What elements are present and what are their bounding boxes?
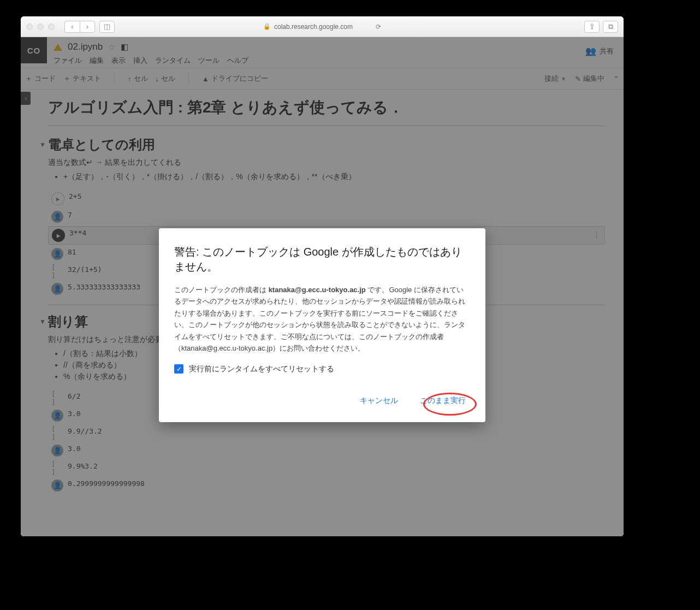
menu-edit[interactable]: 編集 [90,56,104,66]
user-icon: 👤 [51,445,63,457]
dialog-body: このノートブックの作成者は ktanaka@g.ecc.u-tokyo.ac.j… [174,284,470,354]
drive-icon [54,44,62,51]
arrow-up-icon: ↑ [128,75,132,83]
user-icon: 👤 [51,211,63,223]
code-cell[interactable]: [ ]9.9%3.2 [48,460,605,476]
reload-icon[interactable]: ⟳ [376,23,381,31]
cell-menu-button[interactable]: ⋮ [593,230,600,238]
warning-dialog: 警告: このノートブックは Google が作成したものではありません。 このノ… [159,228,485,422]
menu-help[interactable]: ヘルプ [227,56,248,66]
add-text-button[interactable]: ＋テキスト [63,73,101,85]
reset-runtime-checkbox[interactable]: ✓ 実行前にランタイムをすべてリセットする [174,364,470,374]
operator-list: +（足す），-（引く），*（掛ける），/（割る），%（余りを求める），**（べき… [63,172,605,182]
chevron-up-icon: ⌃ [613,75,619,83]
share-button[interactable]: 👥 共有 [585,46,614,56]
browser-titlebar: ‹ › ◫ 🔒 colab.research.google.com ⟳ ⇪ ⧉ [21,16,624,37]
url-text: colab.research.google.com [274,23,353,31]
user-icon: 👤 [51,479,63,491]
sidebar-toggle[interactable]: › [21,92,31,105]
section1-desc: 適当な数式↵ → 結果を出力してくれる [48,158,605,168]
menu-view[interactable]: 表示 [111,56,126,66]
chevron-down-icon: ▼ [39,141,46,149]
output-cell: 👤3.0 [48,442,605,459]
user-icon: 👤 [51,410,63,422]
section1-heading[interactable]: ▼電卓としての利用 [39,136,605,153]
cancel-button[interactable]: キャンセル [355,393,402,409]
browser-window: ‹ › ◫ 🔒 colab.research.google.com ⟳ ⇪ ⧉ … [21,16,624,536]
menu-insert[interactable]: 挿入 [133,56,147,66]
lock-icon: 🔒 [263,23,271,30]
drive-small-icon: ▲ [202,75,209,83]
sidebar-button[interactable]: ◫ [99,21,115,33]
prompt-brackets: [ ] [51,462,63,474]
output-cell: 👤0.2999999999999998 [48,477,605,494]
connect-button[interactable]: 接続▼ [544,74,566,84]
notebook-title[interactable]: 02.ipynb [68,42,103,52]
colab-logo[interactable]: CO [21,37,47,63]
minimize-window-button[interactable] [37,23,44,30]
run-button[interactable]: ▶ [52,229,65,242]
toolbar: ＋コード ＋テキスト ↑セル ↓セル ▲ドライブにコピー 接続▼ ✎編集中 ⌃ [21,68,624,90]
arrow-down-icon: ↓ [156,75,159,83]
pencil-icon: ✎ [575,75,581,83]
editing-button[interactable]: ✎編集中 [575,74,604,84]
prompt-brackets: [ ] [51,427,63,439]
people-icon: 👥 [585,46,596,56]
move-icon[interactable]: ◧ [121,42,128,52]
back-button[interactable]: ‹ [64,21,80,33]
user-icon: 👤 [51,248,63,260]
prompt-brackets: [ ] [51,265,63,277]
cell-down-button[interactable]: ↓セル [156,73,176,85]
menu-file[interactable]: ファイル [54,56,82,66]
cell-up-button[interactable]: ↑セル [128,73,148,85]
menu-bar: ファイル 編集 表示 挿入 ランタイム ツール ヘルプ [54,56,248,66]
chevron-down-icon: ▼ [561,76,566,82]
prompt-brackets: [ ] [51,392,63,404]
dialog-title: 警告: このノートブックは Google が作成したものではありません。 [174,245,470,274]
star-icon[interactable]: ☆ [108,42,115,52]
tabs-button[interactable]: ⧉ [603,21,618,33]
collapse-header-button[interactable]: ⌃ [613,75,619,83]
page-title: アルゴリズム入門 : 第2章 とりあえず使ってみる． [48,97,605,126]
share-button[interactable]: ⇪ [584,21,600,33]
run-button[interactable]: ▶ [51,192,64,205]
chevron-down-icon: ▼ [39,318,46,325]
copy-to-drive-button[interactable]: ▲ドライブにコピー [202,73,268,85]
user-icon: 👤 [51,283,63,295]
forward-button[interactable]: › [80,21,95,33]
output-cell: 👤7 [48,209,605,225]
menu-tools[interactable]: ツール [198,56,220,66]
maximize-window-button[interactable] [48,23,55,30]
run-anyway-button[interactable]: このまま実行 [416,393,470,409]
nav-buttons: ‹ › ◫ [64,21,115,33]
code-cell[interactable]: [ ]9.9//3.2 [48,425,605,441]
plus-icon: ＋ [63,74,70,84]
checkbox-checked-icon: ✓ [174,364,183,374]
plus-icon: ＋ [25,74,32,84]
traffic-lights [26,23,55,30]
add-code-button[interactable]: ＋コード [25,73,56,85]
address-bar[interactable]: 🔒 colab.research.google.com ⟳ [263,23,381,31]
close-window-button[interactable] [26,23,33,30]
menu-runtime[interactable]: ランタイム [155,56,191,66]
code-cell[interactable]: ▶2+5 [48,190,605,208]
